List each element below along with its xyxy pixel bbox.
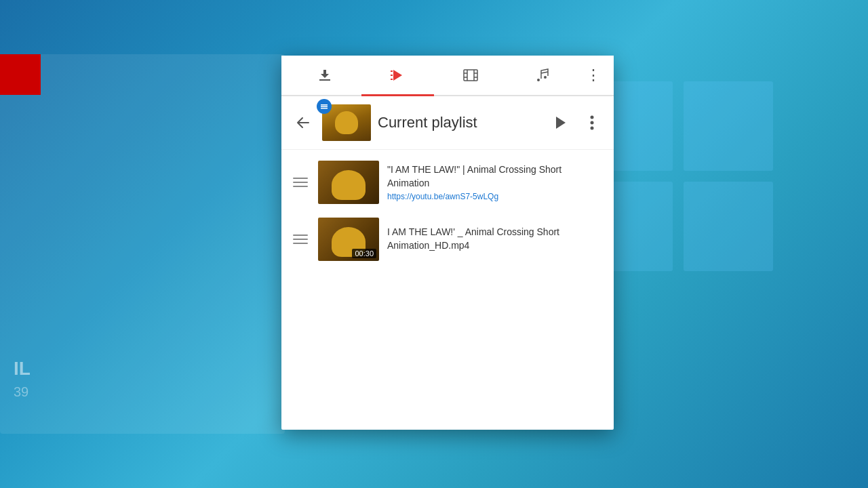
drag-line bbox=[293, 186, 308, 187]
list-item[interactable]: 00:30 I AM THE LAW!' _ Animal Crossing S… bbox=[281, 211, 614, 268]
item-info: I AM THE LAW!' _ Animal Crossing Short A… bbox=[387, 226, 604, 252]
svg-rect-0 bbox=[319, 79, 330, 81]
drag-line bbox=[293, 239, 308, 240]
playlist-item-list: "I AM THE LAW!" | Animal Crossing Short … bbox=[281, 150, 614, 430]
svg-rect-2 bbox=[391, 70, 393, 72]
play-all-button[interactable] bbox=[549, 110, 573, 135]
tab-download[interactable] bbox=[288, 56, 361, 95]
toolbar: ⋮ bbox=[281, 56, 614, 96]
svg-marker-1 bbox=[393, 70, 402, 81]
background-app: IL 39 bbox=[0, 54, 285, 434]
item-thumbnail bbox=[318, 161, 379, 204]
toolbar-more-button[interactable]: ⋮ bbox=[580, 56, 607, 95]
bg-app-subtitle: 39 bbox=[14, 384, 28, 400]
tab-video[interactable] bbox=[434, 56, 507, 95]
item-title: I AM THE LAW!' _ Animal Crossing Short A… bbox=[387, 226, 604, 252]
download-icon bbox=[317, 67, 333, 83]
header-more-button[interactable] bbox=[580, 110, 604, 135]
drag-line bbox=[293, 235, 308, 236]
drag-handle[interactable] bbox=[291, 178, 310, 187]
svg-rect-3 bbox=[391, 75, 393, 76]
svg-marker-16 bbox=[556, 117, 566, 129]
svg-rect-5 bbox=[464, 70, 477, 81]
app-panel: ⋮ Current playlist bbox=[281, 56, 614, 430]
film-icon bbox=[462, 67, 479, 83]
svg-point-17 bbox=[591, 116, 594, 119]
item-thumb-art bbox=[318, 161, 379, 204]
back-button[interactable] bbox=[291, 110, 315, 135]
item-thumb-char bbox=[332, 170, 366, 200]
playlist-badge bbox=[317, 99, 332, 114]
item-title: "I AM THE LAW!" | Animal Crossing Short … bbox=[387, 163, 604, 190]
tab-playlist[interactable] bbox=[361, 56, 435, 95]
item-url[interactable]: https://youtu.be/awnS7-5wLQg bbox=[387, 192, 604, 201]
playlist-title: Current playlist bbox=[378, 114, 542, 131]
duration-badge: 00:30 bbox=[352, 249, 376, 258]
win-quad-tr bbox=[684, 81, 773, 171]
playlist-thumbnail-wrap bbox=[322, 104, 371, 141]
drag-line bbox=[293, 178, 308, 179]
drag-line bbox=[293, 243, 308, 244]
item-thumbnail: 00:30 bbox=[318, 218, 379, 261]
playlist-icon bbox=[389, 67, 406, 83]
thumb-char-body bbox=[335, 111, 358, 134]
playlist-header: Current playlist bbox=[281, 96, 614, 150]
svg-rect-4 bbox=[391, 79, 393, 80]
bg-app-red-bar bbox=[0, 54, 41, 95]
drag-handle[interactable] bbox=[291, 235, 310, 244]
music-icon bbox=[535, 67, 551, 83]
item-info: "I AM THE LAW!" | Animal Crossing Short … bbox=[387, 163, 604, 201]
svg-point-19 bbox=[591, 127, 594, 130]
win-quad-br bbox=[684, 182, 773, 271]
drag-line bbox=[293, 182, 308, 183]
tab-audio[interactable] bbox=[507, 56, 580, 95]
bg-app-title: IL bbox=[14, 358, 31, 380]
svg-rect-14 bbox=[321, 106, 328, 108]
svg-rect-15 bbox=[321, 108, 328, 109]
list-item[interactable]: "I AM THE LAW!" | Animal Crossing Short … bbox=[281, 154, 614, 211]
svg-point-18 bbox=[591, 121, 594, 125]
svg-line-12 bbox=[541, 72, 548, 73]
svg-rect-13 bbox=[321, 104, 328, 106]
